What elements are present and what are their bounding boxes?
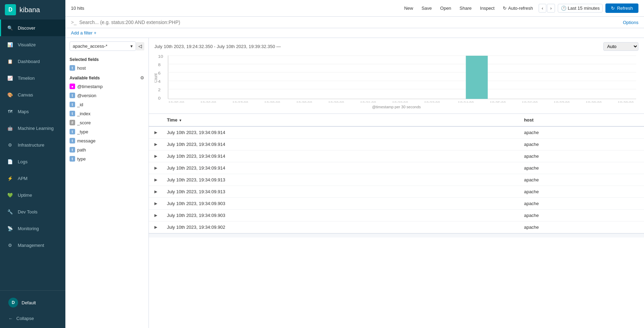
- field-type-badge: t: [70, 65, 75, 71]
- sidebar-nav: 🔍Discover📊Visualize📋Dashboard📈Timelion🎨C…: [0, 19, 65, 290]
- expand-row-button[interactable]: ▶: [153, 165, 159, 171]
- add-filter-label: Add a filter +: [71, 30, 96, 36]
- host-cell: apache: [520, 174, 644, 186]
- available-field-@version[interactable]: t@version: [70, 91, 144, 100]
- auto-refresh-button[interactable]: ↻ Auto-refresh: [500, 4, 536, 12]
- time-cell: July 10th 2023, 19:34:09.913: [163, 174, 520, 186]
- time-cell: July 10th 2023, 19:34:09.914: [163, 162, 520, 174]
- chart-x-axis-label: @timestamp per 30 seconds: [154, 105, 638, 109]
- svg-text:19:36:00: 19:36:00: [522, 101, 538, 102]
- time-range-picker[interactable]: 🕐 Last 15 minutes: [558, 4, 603, 13]
- expand-row-button[interactable]: ▶: [153, 189, 159, 195]
- fields-settings-button[interactable]: ⚙: [140, 75, 144, 80]
- expand-cell: ▶: [149, 150, 163, 162]
- search-input[interactable]: [79, 19, 620, 25]
- sidebar-item-timelion[interactable]: 📈Timelion: [0, 70, 65, 86]
- options-button[interactable]: Options: [623, 20, 638, 25]
- svg-text:6: 6: [158, 71, 161, 75]
- expand-row-button[interactable]: ▶: [153, 201, 159, 206]
- host-col-header[interactable]: host: [520, 114, 644, 126]
- user-menu[interactable]: D Default: [6, 295, 60, 310]
- inspect-button[interactable]: Inspect: [477, 4, 497, 12]
- expand-row-button[interactable]: ▶: [153, 141, 159, 147]
- field-type-badge: t: [70, 129, 75, 134]
- refresh-icon: ↻: [611, 6, 615, 11]
- right-panel: July 10th 2023, 19:24:32.350 - July 10th…: [149, 38, 644, 328]
- expand-row-button[interactable]: ▶: [153, 224, 159, 230]
- available-field-path[interactable]: tpath: [70, 145, 144, 154]
- hits-count: 10 hits: [71, 6, 84, 11]
- sidebar-item-visualize[interactable]: 📊Visualize: [0, 36, 65, 53]
- sidebar-item-label-visualize: Visualize: [18, 42, 36, 47]
- data-table: Time ▾ host ▶ July 10th 2023, 19:34:09.9…: [149, 114, 644, 233]
- sidebar-item-dashboard[interactable]: 📋Dashboard: [0, 53, 65, 70]
- share-button[interactable]: Share: [457, 4, 475, 12]
- add-filter-bar[interactable]: Add a filter +: [65, 28, 644, 38]
- expand-row-button[interactable]: ▶: [153, 212, 159, 218]
- available-field-_score[interactable]: #_score: [70, 118, 144, 127]
- sidebar-item-discover[interactable]: 🔍Discover: [0, 19, 65, 36]
- svg-text:19:26:00: 19:26:00: [200, 101, 216, 102]
- available-field-_index[interactable]: t_index: [70, 109, 144, 118]
- available-field-_id[interactable]: t_id: [70, 100, 144, 109]
- sidebar-item-uptime[interactable]: 💚Uptime: [0, 187, 65, 203]
- topbar-left: 10 hits: [71, 6, 84, 11]
- left-panel: apache_access-* ▾ ◁ Selected fields thos…: [65, 38, 149, 328]
- svg-text:19:39:00: 19:39:00: [618, 101, 634, 102]
- save-button[interactable]: Save: [419, 4, 435, 12]
- refresh-button[interactable]: ↻ Refresh: [605, 3, 638, 13]
- expand-row-button[interactable]: ▶: [153, 153, 159, 159]
- sidebar-item-management[interactable]: ⚙Management: [0, 237, 65, 253]
- available-field-type[interactable]: ttype: [70, 154, 144, 163]
- sidebar-item-machine-learning[interactable]: 🤖Machine Learning: [0, 120, 65, 136]
- sidebar-item-label-timelion: Timelion: [18, 76, 35, 81]
- horizontal-scrollbar[interactable]: [149, 233, 644, 237]
- field-type-badge: t: [70, 156, 75, 162]
- prev-time-button[interactable]: ‹: [539, 4, 546, 13]
- open-button[interactable]: Open: [437, 4, 454, 12]
- time-cell: July 10th 2023, 19:34:09.902: [163, 221, 520, 233]
- sidebar-item-infrastructure[interactable]: ⚙Infrastructure: [0, 136, 65, 153]
- time-cell: July 10th 2023, 19:34:09.913: [163, 186, 520, 198]
- field-name: _id: [77, 102, 83, 107]
- logo-text: kibana: [19, 6, 40, 14]
- panel-collapse-button[interactable]: ◁: [136, 42, 144, 50]
- table-row: ▶ July 10th 2023, 19:34:09.903 apache: [149, 210, 644, 221]
- sidebar-item-maps[interactable]: 🗺Maps: [0, 103, 65, 120]
- sidebar-item-canvas[interactable]: 🎨Canvas: [0, 86, 65, 103]
- available-field-@timestamp[interactable]: ●@timestamp: [70, 82, 144, 91]
- sidebar-item-dev-tools[interactable]: 🔧Dev Tools: [0, 203, 65, 220]
- field-type-badge: t: [70, 93, 75, 98]
- next-time-button[interactable]: ›: [547, 4, 555, 13]
- histogram-chart: 10 8 6 4 2 0: [154, 54, 638, 102]
- host-cell: apache: [520, 186, 644, 198]
- expand-row-button[interactable]: ▶: [153, 177, 159, 183]
- sidebar-item-label-management: Management: [18, 243, 44, 248]
- field-name: _index: [77, 111, 90, 116]
- expand-cell: ▶: [149, 162, 163, 174]
- field-type-badge: ●: [70, 84, 75, 89]
- sidebar-item-logs[interactable]: 📄Logs: [0, 153, 65, 170]
- host-cell: apache: [520, 139, 644, 150]
- time-range-label: Last 15 minutes: [568, 6, 600, 11]
- selected-field-host[interactable]: thost: [70, 63, 144, 72]
- collapse-icon: ←: [8, 316, 13, 321]
- management-icon: ⚙: [7, 242, 14, 249]
- index-pattern-selector[interactable]: apache_access-* ▾: [70, 41, 136, 51]
- body-layout: apache_access-* ▾ ◁ Selected fields thos…: [65, 38, 644, 328]
- expand-row-button[interactable]: ▶: [153, 130, 159, 135]
- user-avatar: D: [8, 298, 18, 307]
- time-cell: July 10th 2023, 19:34:09.914: [163, 150, 520, 162]
- svg-text:19:29:00: 19:29:00: [296, 101, 312, 102]
- sidebar-item-apm[interactable]: ⚡APM: [0, 170, 65, 187]
- collapse-button[interactable]: ← Collapse: [6, 313, 60, 324]
- canvas-icon: 🎨: [7, 91, 14, 98]
- sidebar-item-monitoring[interactable]: 📡Monitoring: [0, 220, 65, 237]
- topbar-right: New Save Open Share Inspect ↻ Auto-refre…: [401, 3, 638, 13]
- available-field-_type[interactable]: t_type: [70, 127, 144, 136]
- new-button[interactable]: New: [401, 4, 416, 12]
- svg-text:19:34:00: 19:34:00: [458, 101, 474, 102]
- available-field-message[interactable]: tmessage: [70, 136, 144, 145]
- interval-select[interactable]: Auto 1 second 30 seconds 1 minute: [603, 42, 638, 51]
- time-col-header[interactable]: Time ▾: [163, 114, 520, 126]
